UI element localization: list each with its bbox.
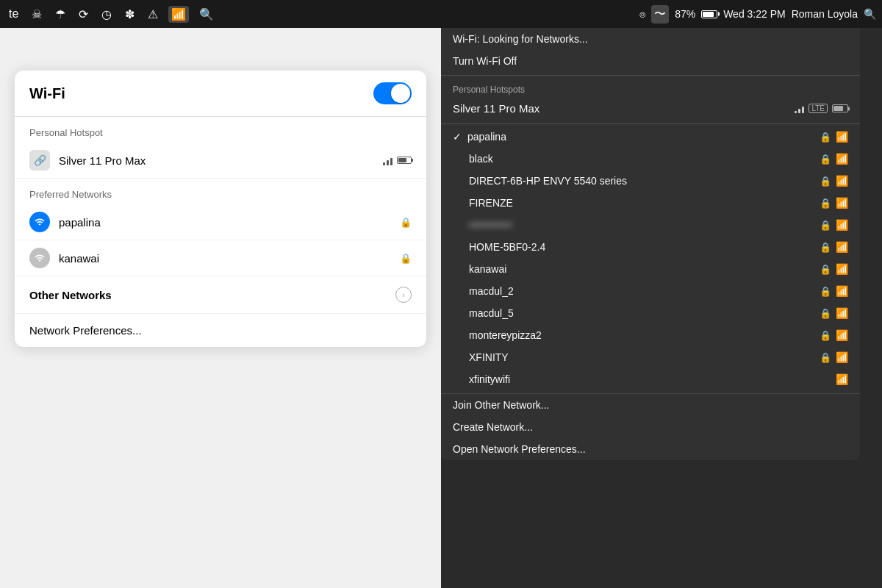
monterey-wifi: 📶 (836, 329, 848, 341)
dropdown-hotspot-row[interactable]: Silver 11 Pro Max LTE (441, 98, 860, 122)
battery-alert-icon[interactable]: ⚠ (145, 6, 161, 23)
network-item-kanawai[interactable]: kanawai 🔒 (15, 240, 426, 276)
search-topbar-icon[interactable]: 🔍 (864, 8, 876, 20)
monterey-lock: 🔒 (820, 330, 831, 341)
macdul2-right: 🔒 📶 (820, 285, 848, 297)
create-network-item[interactable]: Create Network... (441, 416, 860, 438)
sw-bar-3 (802, 107, 804, 113)
macdul5-wifi: 📶 (836, 307, 848, 319)
xfinitywifi-right: 📶 (836, 373, 848, 385)
dropdown-network-monterey[interactable]: montereypizza2 🔒 📶 (441, 324, 860, 346)
clock-icon[interactable]: ◷ (98, 6, 115, 23)
sw-bar-1 (795, 111, 797, 113)
firenze-dropdown-name: FIRENZE (469, 197, 513, 209)
bluetooth-icon[interactable]: ✽ (122, 6, 137, 23)
network-item-papalina[interactable]: papalina 🔒 (15, 204, 426, 240)
other-networks-label: Other Networks (29, 289, 112, 301)
direct-content: DIRECT-6B-HP ENVY 5540 series (453, 175, 814, 187)
monterey-right: 🔒 📶 (820, 329, 848, 341)
wifi-panel: Wi-Fi Personal Hotspot 🔗 Silver 11 Pro M… (15, 71, 426, 347)
skull-icon[interactable]: ☠ (29, 6, 45, 23)
menu-bar-left: te ☠ ☂ ⟳ ◷ ✽ ⚠ 📶 🔍 (6, 6, 217, 23)
dropdown-network-xfinitywifi[interactable]: xfinitywifi 📶 (441, 368, 860, 390)
dropdown-network-direct[interactable]: DIRECT-6B-HP ENVY 5540 series 🔒 📶 (441, 170, 860, 192)
xfinity-wifi: 📶 (836, 351, 848, 363)
macdul2-lock: 🔒 (820, 286, 831, 297)
other-networks-row[interactable]: Other Networks › (15, 276, 426, 314)
umbrella-icon[interactable]: ☂ (52, 6, 68, 23)
home-content: HOME-5BF0-2.4 (453, 241, 814, 253)
search-icon[interactable]: 🔍 (196, 6, 217, 23)
right-panel: Wi-Fi: Looking for Networks... Turn Wi-F… (441, 28, 882, 588)
bluetooth-topbar-icon[interactable]: ⌾ (639, 8, 645, 20)
wifi-active-icon[interactable]: 📶 (168, 6, 189, 23)
join-other-network-item[interactable]: Join Other Network... (441, 394, 860, 416)
papalina-name: papalina (59, 216, 391, 229)
bar-1 (383, 162, 385, 165)
lte-badge: LTE (808, 104, 828, 113)
separator-2 (441, 123, 860, 124)
dropdown-network-blurred[interactable]: •••••••••••• 🔒 📶 (441, 214, 860, 236)
dropdown-network-papalina[interactable]: ✓ papalina 🔒 📶 (441, 126, 860, 148)
kanawai-lock: 🔒 (820, 264, 831, 275)
kanawai-lock-icon: 🔒 (400, 253, 412, 264)
kanawai-content: kanawai (453, 263, 814, 275)
personal-hotspots-section-title: Personal Hotspots (441, 79, 860, 98)
xfinitywifi-dropdown-name: xfinitywifi (469, 373, 510, 385)
hotspot-link-icon: 🔗 (29, 150, 50, 171)
monterey-dropdown-name: montereypizza2 (469, 329, 542, 341)
blurred-wifi: 📶 (836, 219, 848, 231)
xfinity-right: 🔒 📶 (820, 351, 848, 363)
dropdown-network-black[interactable]: black 🔒 📶 (441, 148, 860, 170)
papalina-right: 🔒 📶 (820, 131, 848, 143)
bar-2 (387, 160, 389, 165)
direct-right: 🔒 📶 (820, 175, 848, 187)
macdul5-content: macdul_5 (453, 307, 814, 319)
hotspot-network-item[interactable]: 🔗 Silver 11 Pro Max (15, 143, 426, 179)
dropdown-network-home[interactable]: HOME-5BF0-2.4 🔒 📶 (441, 236, 860, 258)
papalina-content: ✓ papalina (453, 131, 814, 143)
direct-dropdown-name: DIRECT-6B-HP ENVY 5540 series (469, 175, 627, 187)
toggle-knob (391, 84, 410, 103)
blurred-right: 🔒 📶 (820, 219, 848, 231)
papalina-checkmark: ✓ (453, 131, 462, 143)
macdul5-dropdown-name: macdul_5 (469, 307, 514, 319)
xfinitywifi-wifi: 📶 (836, 373, 848, 385)
dropdown-hotspot-meta: LTE (795, 104, 848, 113)
papalina-lock-icon: 🔒 (400, 217, 412, 228)
datetime-display: Wed 3:22 PM (723, 8, 786, 20)
papalina-wifi: 📶 (836, 131, 848, 143)
sync-icon[interactable]: ⟳ (76, 6, 91, 23)
black-wifi: 📶 (836, 153, 848, 165)
dropdown-network-xfinity[interactable]: XFINITY 🔒 📶 (441, 346, 860, 368)
battery-percentage: 87% (675, 8, 695, 20)
dropdown-network-macdul2[interactable]: macdul_2 🔒 📶 (441, 280, 860, 302)
hotspot-battery-fill (398, 158, 406, 162)
network-preferences-link[interactable]: Network Preferences... (15, 314, 426, 347)
papalina-wifi-icon (29, 212, 50, 232)
wifi-dropdown-menu: Wi-Fi: Looking for Networks... Turn Wi-F… (441, 28, 860, 460)
dropdown-network-kanawai[interactable]: kanawai 🔒 📶 (441, 258, 860, 280)
personal-hotspot-header: Personal Hotspot (15, 117, 426, 143)
macdul5-lock: 🔒 (820, 308, 831, 319)
wifi-toggle[interactable] (373, 82, 412, 104)
wifi-topbar-icon[interactable]: 〜 (651, 5, 669, 24)
dropdown-network-firenze[interactable]: FIRENZE 🔒 📶 (441, 192, 860, 214)
sw-bar-2 (798, 109, 800, 113)
open-network-prefs-item[interactable]: Open Network Preferences... (441, 438, 860, 460)
hotspot-battery-right-fill (833, 106, 843, 111)
xfinity-content: XFINITY (453, 351, 814, 363)
te-icon[interactable]: te (6, 6, 21, 22)
preferred-networks-header: Preferred Networks (15, 179, 426, 204)
bar-3 (390, 158, 392, 165)
direct-lock: 🔒 (820, 176, 831, 187)
hotspot-name: Silver 11 Pro Max (59, 154, 374, 167)
turn-wifi-off-item[interactable]: Turn Wi-Fi Off (441, 50, 860, 72)
hotspot-signal-bars (383, 155, 392, 165)
wifi-title: Wi-Fi (29, 85, 65, 102)
black-content: black (453, 153, 814, 165)
dropdown-network-macdul5[interactable]: macdul_5 🔒 📶 (441, 302, 860, 324)
open-prefs-label: Open Network Preferences... (453, 443, 586, 455)
papalina-lock: 🔒 (820, 132, 831, 143)
hotspot-signal-white (795, 104, 804, 113)
